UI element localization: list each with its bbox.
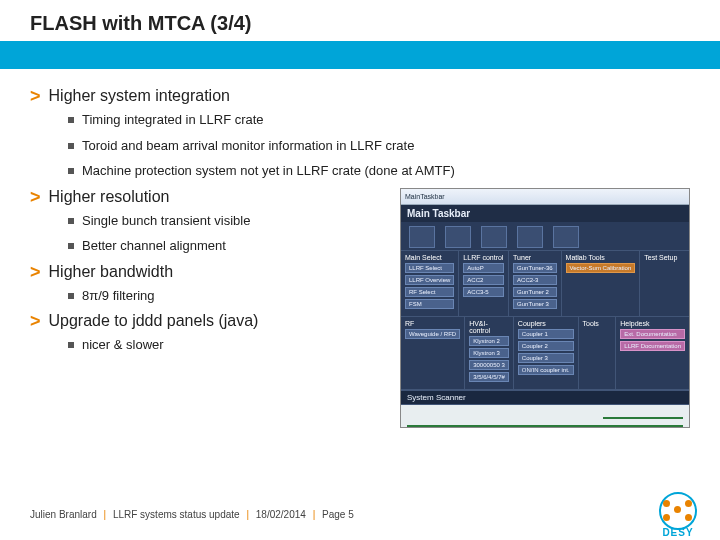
panel-iconbar [401, 222, 689, 251]
section-higher-integration: > Higher system integration Timing integ… [30, 87, 690, 180]
panel-icon [517, 226, 543, 248]
chevron-icon: > [30, 188, 41, 206]
square-bullet-icon [68, 293, 74, 299]
panel-button: GunTuner 2 [513, 287, 556, 297]
panel-col-header: HV&I- control [469, 320, 509, 334]
panel-col-header: Helpdesk [620, 320, 685, 327]
window-title: MainTaskbar [405, 193, 445, 200]
section-higher-bandwidth: > Higher bandwidth 8π/9 filtering [30, 263, 384, 305]
panel-button: Vector-Sum Calibration [566, 263, 636, 273]
panel-button: Coupler 1 [518, 329, 574, 339]
panel-button: ACC2-3 [513, 275, 556, 285]
separator-icon: | [104, 509, 107, 520]
section-heading: Upgrade to jddd panels (java) [49, 312, 259, 330]
panel-button: ACC2 [463, 275, 504, 285]
panel-button: Klystron 2 [469, 336, 509, 346]
panel-col-header: Tuner [513, 254, 556, 261]
bullet-text: nicer & slower [82, 336, 164, 354]
panel-button: Waveguide / RFD [405, 329, 460, 339]
panel-col-header: Matlab Tools [566, 254, 636, 261]
section-heading: Higher resolution [49, 188, 170, 206]
section-upgrade-jddd: > Upgrade to jddd panels (java) nicer & … [30, 312, 384, 354]
panel-button: FSM [405, 299, 454, 309]
panel-row: Main Select LLRF Select LLRF Overview RF… [401, 251, 689, 317]
panel-button: Coupler 2 [518, 341, 574, 351]
section-heading: Higher bandwidth [49, 263, 174, 281]
slide-content: > Higher system integration Timing integ… [0, 69, 720, 428]
square-bullet-icon [68, 342, 74, 348]
panel-button: Coupler 3 [518, 353, 574, 363]
panel-icon [481, 226, 507, 248]
panel-icon [445, 226, 471, 248]
footer-date: 18/02/2014 [256, 509, 306, 520]
title-block: FLASH with MTCA (3/4) [0, 0, 720, 41]
square-bullet-icon [68, 143, 74, 149]
square-bullet-icon [68, 243, 74, 249]
panel-col-header: Main Select [405, 254, 454, 261]
panel-icon [409, 226, 435, 248]
panel-button: 3/5/6/4/5/7# [469, 372, 509, 382]
panel-button: AutoP [463, 263, 504, 273]
header-accent-bar [0, 41, 720, 69]
slide-footer: Julien Branlard | LLRF systems status up… [0, 492, 720, 540]
bullet-text: Timing integrated in LLRF crate [82, 111, 264, 129]
separator-icon: | [246, 509, 249, 520]
panel-button: LLRF Documentation [620, 341, 685, 351]
desy-logo-text: DESY [654, 527, 702, 538]
panel-button: LLRF Select [405, 263, 454, 273]
jddd-panel-screenshot: MainTaskbar Main Taskbar Main Select LLR… [400, 188, 690, 428]
panel-col-header: Test Setup [644, 254, 685, 261]
panel-button: GunTuner 3 [513, 299, 556, 309]
square-bullet-icon [68, 117, 74, 123]
square-bullet-icon [68, 168, 74, 174]
panel-button: RF Select [405, 287, 454, 297]
bullet-text: Better channel alignment [82, 237, 226, 255]
panel-button: Klystron 3 [469, 348, 509, 358]
bullet-text: Toroid and beam arrival monitor informat… [82, 137, 414, 155]
bullet-text: Machine protection system not yet in LLR… [82, 162, 455, 180]
panel-beamline-schematic [401, 404, 689, 428]
section-heading: Higher system integration [49, 87, 230, 105]
separator-icon: | [313, 509, 316, 520]
chevron-icon: > [30, 312, 41, 330]
chevron-icon: > [30, 263, 41, 281]
section-higher-resolution: > Higher resolution Single bunch transie… [30, 188, 384, 255]
panel-button: ACC3-5 [463, 287, 504, 297]
panel-button: LLRF Overview [405, 275, 454, 285]
footer-text: Julien Branlard | LLRF systems status up… [30, 509, 354, 520]
slide-title: FLASH with MTCA (3/4) [30, 12, 720, 35]
panel-icon [553, 226, 579, 248]
window-titlebar: MainTaskbar [401, 189, 689, 205]
panel-button: 30000050 3 [469, 360, 509, 370]
panel-col-header: RF [405, 320, 460, 327]
footer-page: Page 5 [322, 509, 354, 520]
panel-button: ON/IN coupler int. [518, 365, 574, 375]
footer-author: Julien Branlard [30, 509, 97, 520]
bullet-text: Single bunch transient visible [82, 212, 250, 230]
square-bullet-icon [68, 218, 74, 224]
panel-button: GunTuner-36 [513, 263, 556, 273]
desy-logo-icon: DESY [654, 492, 702, 536]
panel-col-header: LLRF control [463, 254, 504, 261]
chevron-icon: > [30, 87, 41, 105]
panel-button: Ext. Documentation [620, 329, 685, 339]
bullet-text: 8π/9 filtering [82, 287, 155, 305]
panel-col-header: Tools [583, 320, 612, 327]
panel-system-scanner: System Scanner [401, 390, 689, 404]
panel-header: Main Taskbar [401, 205, 689, 222]
panel-row: RF Waveguide / RFD HV&I- control Klystro… [401, 317, 689, 390]
panel-col-header: Couplers [518, 320, 574, 327]
footer-talk: LLRF systems status update [113, 509, 240, 520]
